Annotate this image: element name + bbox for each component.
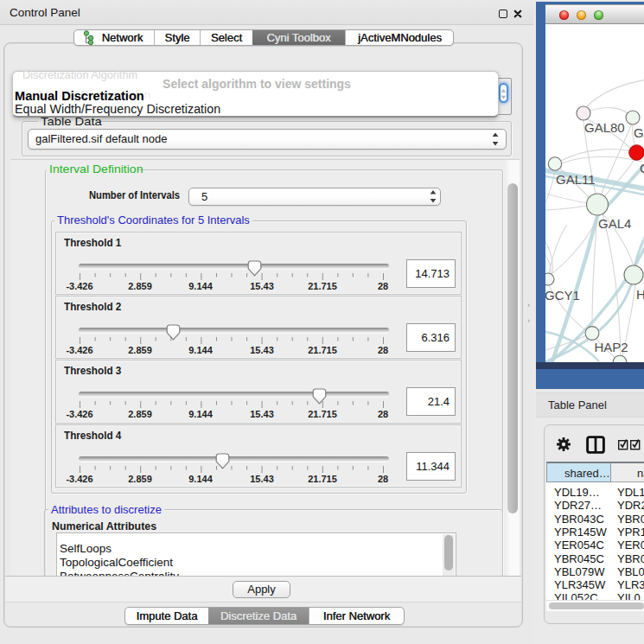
svg-text:HAP2: HAP2 — [595, 340, 628, 354]
svg-text:C: C — [640, 161, 644, 175]
svg-text:GAL4: GAL4 — [598, 216, 631, 231]
svg-text:H: H — [636, 287, 644, 302]
svg-text:GCY1: GCY1 — [545, 288, 580, 303]
svg-text:GA: GA — [634, 125, 644, 140]
svg-text:GAL80: GAL80 — [584, 120, 625, 135]
svg-text:GAL11: GAL11 — [556, 172, 596, 187]
